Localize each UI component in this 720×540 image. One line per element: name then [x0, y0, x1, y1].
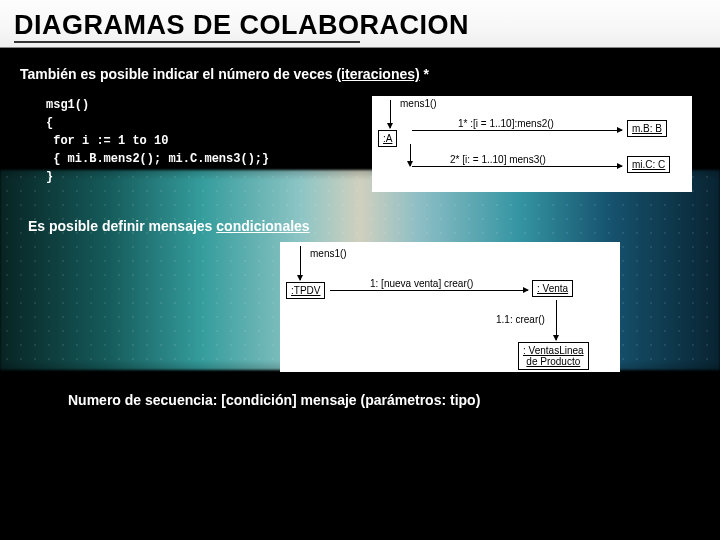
diagram-iterations: mens1() :A 1* :[i = 1..10]:mens2() m.B: … — [372, 96, 692, 192]
box-a: :A — [378, 130, 397, 147]
slide-title: DIAGRAMAS DE COLABORACION — [0, 0, 720, 48]
code-l1: msg1() — [46, 98, 89, 112]
arrow-crear2 — [556, 300, 557, 340]
box-b: m.B: B — [627, 120, 667, 137]
box-tpdv: :TPDV — [286, 282, 325, 299]
sub2-underlined: condicionales — [216, 218, 309, 234]
code-l4: { mi.B.mens2(); mi.C.mens3();} — [46, 152, 269, 166]
box-linea: : VentasLinea de Producto — [518, 342, 589, 370]
arrow-in-2 — [300, 246, 301, 280]
label-arrow1: 1* :[i = 1..10]:mens2() — [458, 118, 554, 129]
label-crear1: 1: [nueva venta] crear() — [370, 278, 473, 289]
arrow-1 — [412, 130, 622, 131]
arrow-in — [390, 100, 391, 128]
code-l3: for i := 1 to 10 — [46, 134, 168, 148]
label-crear2: 1.1: crear() — [496, 314, 545, 325]
connector-a — [410, 144, 411, 166]
arrow-crear1 — [330, 290, 528, 291]
sub2-prefix: Es posible definir mensajes — [28, 218, 216, 234]
slide-content: También es posible indicar el número de … — [0, 48, 720, 408]
subtitle-conditionals: Es posible definir mensajes condicionale… — [28, 218, 700, 234]
code-l2: { — [46, 116, 53, 130]
intro-prefix: También es posible indicar el número de … — [20, 66, 336, 82]
diagram-conditionals: mens1() :TPDV 1: [nueva venta] crear() :… — [280, 242, 620, 372]
label-mens1-2: mens1() — [310, 248, 347, 259]
intro-underlined: (iteraciones) — [336, 66, 419, 82]
code-block: msg1() { for i := 1 to 10 { mi.B.mens2()… — [20, 96, 360, 186]
footer-text: Numero de secuencia: [condición] mensaje… — [68, 392, 700, 408]
box-c: mi.C: C — [627, 156, 670, 173]
label-arrow2: 2* [i: = 1..10] mens3() — [450, 154, 546, 165]
label-mens1: mens1() — [400, 98, 437, 109]
intro-suffix: * — [420, 66, 429, 82]
row-1: msg1() { for i := 1 to 10 { mi.B.mens2()… — [20, 96, 700, 192]
code-l5: } — [46, 170, 53, 184]
arrow-2 — [412, 166, 622, 167]
box-venta: : Venta — [532, 280, 573, 297]
intro-text: También es posible indicar el número de … — [20, 66, 700, 82]
